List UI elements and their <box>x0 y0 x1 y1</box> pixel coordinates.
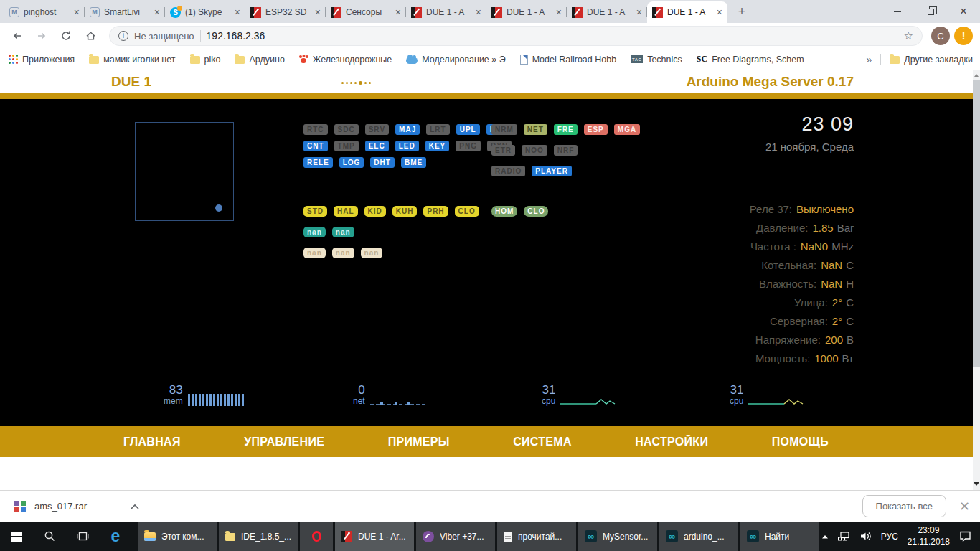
tag-clo[interactable]: CLO <box>524 206 548 217</box>
tag-std[interactable]: STD <box>303 206 327 217</box>
speaker-icon[interactable] <box>859 532 872 541</box>
scroll-up-arrow[interactable] <box>973 70 980 79</box>
tag-sdc[interactable]: SDC <box>334 124 359 135</box>
tag-radio[interactable]: RADIO <box>491 166 525 176</box>
profile-avatar[interactable]: C <box>931 27 950 45</box>
tag-hal[interactable]: HAL <box>334 206 358 217</box>
nav-item[interactable]: СИСТЕМА <box>513 435 572 448</box>
tab-close-icon[interactable]: × <box>235 7 240 17</box>
bookmark-item[interactable]: Железнодорожные <box>299 55 392 65</box>
scroll-down-arrow[interactable] <box>973 480 980 489</box>
taskbar-button[interactable]: IDE_1.8.5_... <box>219 522 298 551</box>
scrollbar-thumb[interactable] <box>973 80 980 367</box>
address-bar[interactable]: i Не защищено 192.168.2.36 ☆ <box>109 26 923 46</box>
tag-hom[interactable]: HOM <box>491 206 517 217</box>
tag-srv[interactable]: SRV <box>365 124 389 135</box>
tag-bme[interactable]: BME <box>401 157 426 168</box>
tag-maj[interactable]: MAJ <box>395 124 420 135</box>
show-all-downloads-button[interactable]: Показать все <box>862 495 946 517</box>
taskbar-button[interactable]: ∞MySensor... <box>578 522 657 551</box>
tag-mga[interactable]: MGA <box>614 124 640 135</box>
page-scrollbar[interactable] <box>973 70 980 490</box>
tag-nan[interactable]: nan <box>361 248 383 258</box>
taskbar-button[interactable]: ∞arduino_... <box>659 522 738 551</box>
page-info-icon[interactable]: i <box>118 31 128 41</box>
security-label[interactable]: Не защищено <box>134 31 194 42</box>
language-indicator[interactable]: РУС <box>881 532 898 542</box>
tab-close-icon[interactable]: × <box>74 7 80 17</box>
nav-item[interactable]: УПРАВЛЕНИЕ <box>244 435 324 448</box>
taskbar-button[interactable]: DUE 1 - Ar... <box>335 522 414 551</box>
bookmark-item[interactable]: мамик иголки нет <box>89 55 175 65</box>
bookmark-star-icon[interactable]: ☆ <box>904 29 913 42</box>
tag-clo[interactable]: CLO <box>455 206 479 217</box>
tag-key[interactable]: KEY <box>425 141 450 151</box>
new-tab-button[interactable]: + <box>732 1 752 22</box>
nav-item[interactable]: ПОМОЩЬ <box>772 435 829 448</box>
tag-nrm[interactable]: NRM <box>491 124 517 135</box>
browser-tab[interactable]: DUE 1 - A× <box>647 1 727 23</box>
bookmark-item[interactable]: piko <box>190 55 221 65</box>
bookmark-item[interactable]: TACTechnics <box>631 55 682 65</box>
edge-button[interactable]: e <box>99 522 132 551</box>
url-text[interactable]: 192.168.2.36 <box>207 30 898 42</box>
download-item[interactable]: ams_017.rar <box>14 500 140 513</box>
download-chevron-icon[interactable] <box>130 500 140 513</box>
tag-nan[interactable]: nan <box>332 227 354 237</box>
bookmarks-overflow-chevron[interactable]: » <box>866 54 872 65</box>
taskbar-button[interactable]: ∞Найти <box>740 522 819 551</box>
tab-close-icon[interactable]: × <box>636 7 642 17</box>
task-view-button[interactable] <box>66 522 99 551</box>
tag-esp[interactable]: ESP <box>584 124 608 135</box>
minimize-button[interactable] <box>881 0 914 23</box>
other-bookmarks-folder[interactable]: Другие закладки <box>890 55 973 65</box>
tag-kid[interactable]: KID <box>364 206 386 217</box>
tag-png[interactable]: PNG <box>456 141 481 151</box>
bookmark-item[interactable]: SCFree Diagrams, Schem <box>697 54 804 65</box>
tag-prh[interactable]: PRH <box>423 206 448 217</box>
network-icon[interactable] <box>838 532 850 541</box>
tag-upl[interactable]: UPL <box>456 124 480 135</box>
tag-nan[interactable]: nan <box>332 248 354 258</box>
tag-nan[interactable]: nan <box>303 248 326 258</box>
tag-nan[interactable]: nan <box>303 227 326 237</box>
browser-tab[interactable]: Сенсоры× <box>326 1 406 23</box>
tag-rele[interactable]: RELE <box>303 157 333 168</box>
update-notice-icon[interactable]: ! <box>954 27 973 45</box>
tag-led[interactable]: LED <box>395 141 419 151</box>
tab-close-icon[interactable]: × <box>717 7 722 17</box>
browser-tab[interactable]: S(1) Skype× <box>165 1 245 23</box>
tab-close-icon[interactable]: × <box>154 7 160 17</box>
tag-rtc[interactable]: RTC <box>303 124 328 135</box>
tag-nrf[interactable]: NRF <box>554 145 578 156</box>
tab-close-icon[interactable]: × <box>556 7 562 17</box>
back-button[interactable] <box>7 26 27 46</box>
tag-tmp[interactable]: TMP <box>334 141 359 151</box>
close-button[interactable]: × <box>947 0 980 23</box>
bookmark-item[interactable]: Моделирование » Э <box>406 55 505 65</box>
tag-net[interactable]: NET <box>524 124 547 135</box>
tag-lrt[interactable]: LRT <box>426 124 449 135</box>
tab-close-icon[interactable]: × <box>395 7 401 17</box>
download-bar-close-icon[interactable]: ✕ <box>959 499 970 514</box>
taskbar-button[interactable] <box>300 522 333 551</box>
tray-clock[interactable]: 23:09 21.11.2018 <box>908 525 950 547</box>
tag-cnt[interactable]: CNT <box>303 141 328 151</box>
tag-kuh[interactable]: KUH <box>392 206 418 217</box>
tag-player[interactable]: PLAYER <box>532 166 572 176</box>
restore-button[interactable] <box>914 0 947 23</box>
tag-log[interactable]: LOG <box>339 157 364 168</box>
taskbar-button[interactable]: Viber +37... <box>416 522 495 551</box>
nav-item[interactable]: ГЛАВНАЯ <box>123 435 181 448</box>
browser-tab[interactable]: ESP32 SD× <box>245 1 326 23</box>
tab-close-icon[interactable]: × <box>476 7 481 17</box>
bookmark-item[interactable]: Приложения <box>9 55 75 65</box>
tab-close-icon[interactable]: × <box>315 7 321 17</box>
browser-tab[interactable]: DUE 1 - A× <box>486 1 567 23</box>
tag-dht[interactable]: DHT <box>370 157 395 168</box>
reload-button[interactable] <box>56 26 76 46</box>
browser-tab[interactable]: Mpinghost× <box>4 1 85 23</box>
taskbar-button[interactable]: прочитай... <box>497 522 576 551</box>
taskbar-search-button[interactable] <box>33 522 66 551</box>
taskbar-button[interactable]: Этот ком... <box>138 522 217 551</box>
